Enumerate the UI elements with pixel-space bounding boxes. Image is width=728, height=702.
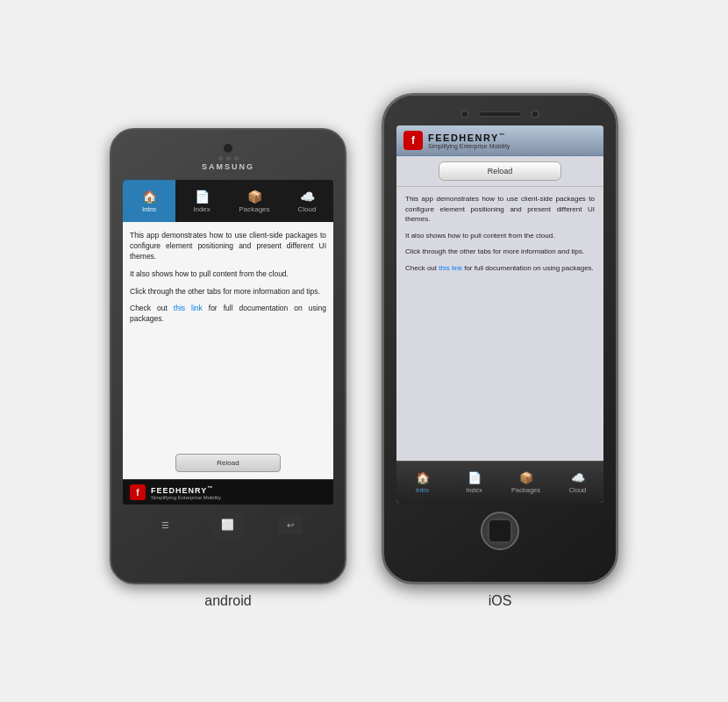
android-dot-3	[234, 156, 239, 161]
ios-index-icon: 📄	[467, 471, 482, 484]
android-camera	[222, 142, 234, 154]
ios-cloud-icon: ☁️	[571, 471, 585, 484]
ios-feedhenry-name: FEEDHENRY™	[428, 133, 510, 143]
ios-speaker	[478, 111, 522, 117]
android-tab-index-label: Index	[193, 205, 211, 213]
android-reload-area: Reload	[123, 448, 333, 479]
ios-tab-packages-label: Packages	[511, 486, 540, 494]
ios-para3: Click through the other tabs for more in…	[405, 247, 595, 257]
ios-para2: It also shows how to pull content from t…	[405, 231, 595, 241]
android-para3: Click through the other tabs for more in…	[130, 287, 326, 297]
android-tab-intro[interactable]: 🏠 Intro	[123, 180, 175, 222]
android-footer: f FEEDHENRY™ Simplifying Enterprise Mobi…	[123, 479, 333, 505]
ios-sensor	[531, 110, 539, 118]
android-top-bar: SAMSUNG	[118, 142, 338, 175]
android-index-icon: 📄	[195, 190, 210, 204]
ios-label: iOS	[489, 593, 512, 609]
android-tab-packages[interactable]: 📦 Packages	[228, 180, 281, 222]
ios-home-inner	[488, 519, 512, 543]
android-feedhenry-tagline: Simplifying Enterprise Mobility	[151, 495, 221, 500]
ios-intro-icon: 🏠	[416, 471, 430, 484]
ios-this-link[interactable]: this link	[439, 264, 462, 272]
ios-top-bar	[391, 110, 609, 118]
android-dots	[218, 156, 239, 161]
ios-tab-index[interactable]: 📄 Index	[448, 462, 500, 503]
ios-tab-cloud-label: Cloud	[569, 486, 587, 494]
android-para4-prefix: Check out	[130, 304, 174, 312]
android-tab-cloud-label: Cloud	[298, 205, 317, 213]
ios-tab-intro-label: Intro	[416, 486, 429, 494]
ios-feedhenry-tagline: Simplifying Enterprise Mobility	[428, 143, 510, 149]
ios-home-button[interactable]	[481, 512, 519, 550]
ios-tab-cloud[interactable]: ☁️ Cloud	[552, 462, 603, 503]
android-phone: SAMSUNG 🏠 Intro 📄 Index 📦 Pack	[110, 128, 346, 584]
android-reload-button[interactable]: Reload	[175, 454, 281, 472]
android-para1: This app demonstrates how to use client-…	[130, 231, 326, 262]
android-label: android	[204, 593, 251, 609]
android-tm: ™	[207, 485, 213, 491]
ios-phone: f FEEDHENRY™ Simplifying Enterprise Mobi…	[382, 93, 618, 584]
ios-device-wrapper: f FEEDHENRY™ Simplifying Enterprise Mobi…	[382, 93, 618, 609]
ios-para4-prefix: Check out	[405, 264, 439, 272]
android-cloud-icon: ☁️	[300, 190, 315, 204]
ios-feedhenry-title: FEEDHENRY™ Simplifying Enterprise Mobili…	[428, 133, 510, 149]
ios-para4-suffix: for full documentation on using packages…	[462, 264, 594, 272]
android-tab-cloud[interactable]: ☁️ Cloud	[281, 180, 333, 222]
android-feedhenry-text: FEEDHENRY™ Simplifying Enterprise Mobili…	[151, 485, 221, 500]
android-home-button[interactable]: ⬜	[212, 512, 244, 538]
android-content-area: This app demonstrates how to use client-…	[123, 222, 333, 448]
ios-screen: f FEEDHENRY™ Simplifying Enterprise Mobi…	[396, 125, 603, 503]
ios-camera	[460, 110, 469, 118]
android-packages-icon: 📦	[247, 190, 262, 204]
android-dot-1	[218, 156, 223, 161]
android-this-link[interactable]: this link	[174, 304, 203, 312]
android-dot-2	[226, 156, 231, 161]
ios-tab-index-label: Index	[466, 486, 482, 494]
android-brand: SAMSUNG	[202, 162, 254, 171]
ios-tab-packages[interactable]: 📦 Packages	[500, 462, 552, 503]
ios-para4: Check out this link for full documentati…	[405, 263, 595, 274]
android-device-wrapper: SAMSUNG 🏠 Intro 📄 Index 📦 Pack	[110, 128, 346, 609]
devices-container: SAMSUNG 🏠 Intro 📄 Index 📦 Pack	[110, 93, 618, 609]
android-para4: Check out this link for full documentati…	[130, 304, 326, 325]
android-tab-bar[interactable]: 🏠 Intro 📄 Index 📦 Packages ☁️ Cloud	[123, 180, 333, 222]
ios-feedhenry-icon: f	[403, 131, 423, 150]
ios-reload-button[interactable]: Reload	[439, 161, 561, 181]
ios-packages-icon: 📦	[519, 471, 533, 484]
android-menu-button[interactable]: ☰	[153, 515, 178, 534]
ios-content-area: This app demonstrates how to use client-…	[396, 187, 603, 461]
ios-tab-bar[interactable]: 🏠 Intro 📄 Index 📦 Packages ☁️ Cloud	[396, 461, 603, 503]
android-back-button[interactable]: ↩	[278, 515, 303, 534]
ios-tm: ™	[499, 133, 506, 138]
android-tab-packages-label: Packages	[239, 205, 269, 213]
android-screen: 🏠 Intro 📄 Index 📦 Packages ☁️ Cloud	[123, 180, 333, 505]
ios-header: f FEEDHENRY™ Simplifying Enterprise Mobi…	[396, 125, 603, 156]
android-tab-index[interactable]: 📄 Index	[175, 180, 228, 222]
android-bottom-bar: ☰ ⬜ ↩	[118, 512, 338, 538]
ios-tab-intro[interactable]: 🏠 Intro	[396, 462, 448, 503]
android-para2: It also shows how to pull content from t…	[130, 269, 326, 280]
ios-para1: This app demonstrates how to use client-…	[405, 194, 595, 225]
android-tab-intro-label: Intro	[142, 205, 156, 213]
android-intro-icon: 🏠	[142, 190, 157, 204]
android-feedhenry-icon: f	[130, 484, 146, 500]
ios-reload-area: Reload	[396, 156, 603, 187]
android-feedhenry-name: FEEDHENRY™	[151, 485, 221, 495]
